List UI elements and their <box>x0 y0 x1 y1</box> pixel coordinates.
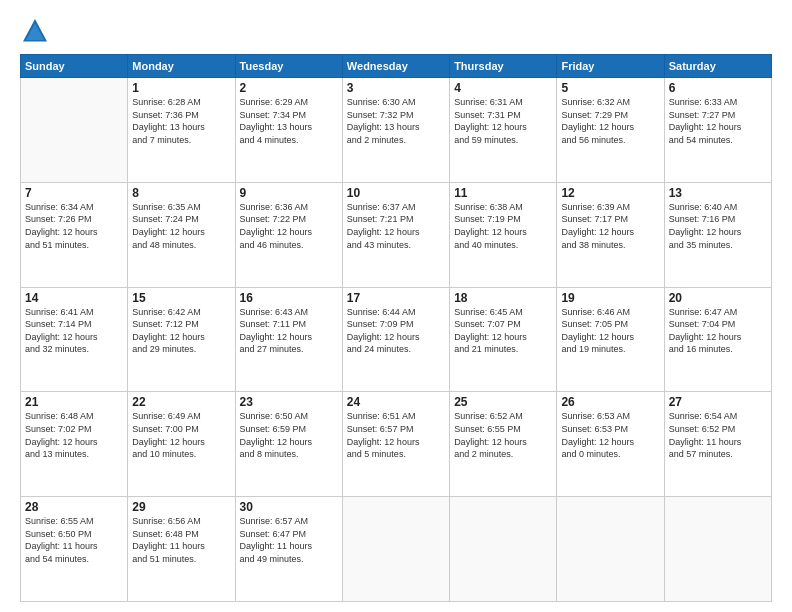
day-info: Sunrise: 6:33 AM Sunset: 7:27 PM Dayligh… <box>669 96 767 146</box>
calendar-cell: 20Sunrise: 6:47 AM Sunset: 7:04 PM Dayli… <box>664 287 771 392</box>
day-number: 19 <box>561 291 659 305</box>
day-info: Sunrise: 6:48 AM Sunset: 7:02 PM Dayligh… <box>25 410 123 460</box>
calendar-cell: 30Sunrise: 6:57 AM Sunset: 6:47 PM Dayli… <box>235 497 342 602</box>
day-info: Sunrise: 6:53 AM Sunset: 6:53 PM Dayligh… <box>561 410 659 460</box>
day-number: 12 <box>561 186 659 200</box>
calendar-cell: 19Sunrise: 6:46 AM Sunset: 7:05 PM Dayli… <box>557 287 664 392</box>
day-number: 1 <box>132 81 230 95</box>
day-info: Sunrise: 6:52 AM Sunset: 6:55 PM Dayligh… <box>454 410 552 460</box>
calendar-header-cell: Thursday <box>450 55 557 78</box>
day-info: Sunrise: 6:49 AM Sunset: 7:00 PM Dayligh… <box>132 410 230 460</box>
calendar-cell: 11Sunrise: 6:38 AM Sunset: 7:19 PM Dayli… <box>450 182 557 287</box>
calendar-cell: 29Sunrise: 6:56 AM Sunset: 6:48 PM Dayli… <box>128 497 235 602</box>
calendar-cell: 22Sunrise: 6:49 AM Sunset: 7:00 PM Dayli… <box>128 392 235 497</box>
calendar-cell: 2Sunrise: 6:29 AM Sunset: 7:34 PM Daylig… <box>235 78 342 183</box>
day-info: Sunrise: 6:28 AM Sunset: 7:36 PM Dayligh… <box>132 96 230 146</box>
day-number: 24 <box>347 395 445 409</box>
calendar-cell: 13Sunrise: 6:40 AM Sunset: 7:16 PM Dayli… <box>664 182 771 287</box>
calendar-week-row: 21Sunrise: 6:48 AM Sunset: 7:02 PM Dayli… <box>21 392 772 497</box>
calendar-header-cell: Monday <box>128 55 235 78</box>
calendar-cell: 7Sunrise: 6:34 AM Sunset: 7:26 PM Daylig… <box>21 182 128 287</box>
day-number: 3 <box>347 81 445 95</box>
calendar-cell: 12Sunrise: 6:39 AM Sunset: 7:17 PM Dayli… <box>557 182 664 287</box>
calendar-cell: 1Sunrise: 6:28 AM Sunset: 7:36 PM Daylig… <box>128 78 235 183</box>
day-number: 21 <box>25 395 123 409</box>
calendar-cell: 3Sunrise: 6:30 AM Sunset: 7:32 PM Daylig… <box>342 78 449 183</box>
day-info: Sunrise: 6:39 AM Sunset: 7:17 PM Dayligh… <box>561 201 659 251</box>
day-number: 15 <box>132 291 230 305</box>
day-info: Sunrise: 6:43 AM Sunset: 7:11 PM Dayligh… <box>240 306 338 356</box>
day-number: 30 <box>240 500 338 514</box>
calendar-cell: 9Sunrise: 6:36 AM Sunset: 7:22 PM Daylig… <box>235 182 342 287</box>
day-info: Sunrise: 6:31 AM Sunset: 7:31 PM Dayligh… <box>454 96 552 146</box>
day-info: Sunrise: 6:37 AM Sunset: 7:21 PM Dayligh… <box>347 201 445 251</box>
calendar-cell <box>557 497 664 602</box>
day-info: Sunrise: 6:40 AM Sunset: 7:16 PM Dayligh… <box>669 201 767 251</box>
day-info: Sunrise: 6:30 AM Sunset: 7:32 PM Dayligh… <box>347 96 445 146</box>
logo <box>20 16 56 46</box>
calendar-cell: 6Sunrise: 6:33 AM Sunset: 7:27 PM Daylig… <box>664 78 771 183</box>
calendar-cell: 16Sunrise: 6:43 AM Sunset: 7:11 PM Dayli… <box>235 287 342 392</box>
day-info: Sunrise: 6:32 AM Sunset: 7:29 PM Dayligh… <box>561 96 659 146</box>
day-info: Sunrise: 6:34 AM Sunset: 7:26 PM Dayligh… <box>25 201 123 251</box>
calendar-cell: 26Sunrise: 6:53 AM Sunset: 6:53 PM Dayli… <box>557 392 664 497</box>
day-number: 26 <box>561 395 659 409</box>
calendar-table: SundayMondayTuesdayWednesdayThursdayFrid… <box>20 54 772 602</box>
calendar-cell: 4Sunrise: 6:31 AM Sunset: 7:31 PM Daylig… <box>450 78 557 183</box>
calendar-week-row: 14Sunrise: 6:41 AM Sunset: 7:14 PM Dayli… <box>21 287 772 392</box>
day-info: Sunrise: 6:44 AM Sunset: 7:09 PM Dayligh… <box>347 306 445 356</box>
day-number: 9 <box>240 186 338 200</box>
calendar-cell: 15Sunrise: 6:42 AM Sunset: 7:12 PM Dayli… <box>128 287 235 392</box>
calendar-cell <box>450 497 557 602</box>
day-number: 10 <box>347 186 445 200</box>
day-info: Sunrise: 6:47 AM Sunset: 7:04 PM Dayligh… <box>669 306 767 356</box>
day-number: 22 <box>132 395 230 409</box>
calendar-cell: 25Sunrise: 6:52 AM Sunset: 6:55 PM Dayli… <box>450 392 557 497</box>
day-number: 11 <box>454 186 552 200</box>
day-number: 7 <box>25 186 123 200</box>
calendar-cell: 10Sunrise: 6:37 AM Sunset: 7:21 PM Dayli… <box>342 182 449 287</box>
day-info: Sunrise: 6:45 AM Sunset: 7:07 PM Dayligh… <box>454 306 552 356</box>
calendar-header-cell: Wednesday <box>342 55 449 78</box>
day-info: Sunrise: 6:42 AM Sunset: 7:12 PM Dayligh… <box>132 306 230 356</box>
calendar-week-row: 7Sunrise: 6:34 AM Sunset: 7:26 PM Daylig… <box>21 182 772 287</box>
day-number: 14 <box>25 291 123 305</box>
day-info: Sunrise: 6:50 AM Sunset: 6:59 PM Dayligh… <box>240 410 338 460</box>
calendar-cell: 18Sunrise: 6:45 AM Sunset: 7:07 PM Dayli… <box>450 287 557 392</box>
calendar-header-cell: Tuesday <box>235 55 342 78</box>
calendar-header-row: SundayMondayTuesdayWednesdayThursdayFrid… <box>21 55 772 78</box>
day-info: Sunrise: 6:54 AM Sunset: 6:52 PM Dayligh… <box>669 410 767 460</box>
calendar-cell: 21Sunrise: 6:48 AM Sunset: 7:02 PM Dayli… <box>21 392 128 497</box>
calendar-cell: 24Sunrise: 6:51 AM Sunset: 6:57 PM Dayli… <box>342 392 449 497</box>
calendar-cell <box>342 497 449 602</box>
day-number: 2 <box>240 81 338 95</box>
calendar-cell: 8Sunrise: 6:35 AM Sunset: 7:24 PM Daylig… <box>128 182 235 287</box>
day-info: Sunrise: 6:46 AM Sunset: 7:05 PM Dayligh… <box>561 306 659 356</box>
logo-icon <box>20 16 50 46</box>
day-number: 13 <box>669 186 767 200</box>
day-number: 20 <box>669 291 767 305</box>
calendar-cell <box>664 497 771 602</box>
calendar-cell: 14Sunrise: 6:41 AM Sunset: 7:14 PM Dayli… <box>21 287 128 392</box>
day-number: 5 <box>561 81 659 95</box>
day-number: 18 <box>454 291 552 305</box>
page: SundayMondayTuesdayWednesdayThursdayFrid… <box>0 0 792 612</box>
calendar-week-row: 28Sunrise: 6:55 AM Sunset: 6:50 PM Dayli… <box>21 497 772 602</box>
day-number: 16 <box>240 291 338 305</box>
calendar-cell: 5Sunrise: 6:32 AM Sunset: 7:29 PM Daylig… <box>557 78 664 183</box>
day-info: Sunrise: 6:29 AM Sunset: 7:34 PM Dayligh… <box>240 96 338 146</box>
header <box>20 16 772 46</box>
day-number: 6 <box>669 81 767 95</box>
calendar-week-row: 1Sunrise: 6:28 AM Sunset: 7:36 PM Daylig… <box>21 78 772 183</box>
calendar-header-cell: Sunday <box>21 55 128 78</box>
day-number: 8 <box>132 186 230 200</box>
day-info: Sunrise: 6:56 AM Sunset: 6:48 PM Dayligh… <box>132 515 230 565</box>
day-number: 25 <box>454 395 552 409</box>
day-info: Sunrise: 6:36 AM Sunset: 7:22 PM Dayligh… <box>240 201 338 251</box>
calendar-cell: 27Sunrise: 6:54 AM Sunset: 6:52 PM Dayli… <box>664 392 771 497</box>
calendar-cell <box>21 78 128 183</box>
day-info: Sunrise: 6:41 AM Sunset: 7:14 PM Dayligh… <box>25 306 123 356</box>
calendar-cell: 23Sunrise: 6:50 AM Sunset: 6:59 PM Dayli… <box>235 392 342 497</box>
calendar-header-cell: Friday <box>557 55 664 78</box>
calendar-header-cell: Saturday <box>664 55 771 78</box>
